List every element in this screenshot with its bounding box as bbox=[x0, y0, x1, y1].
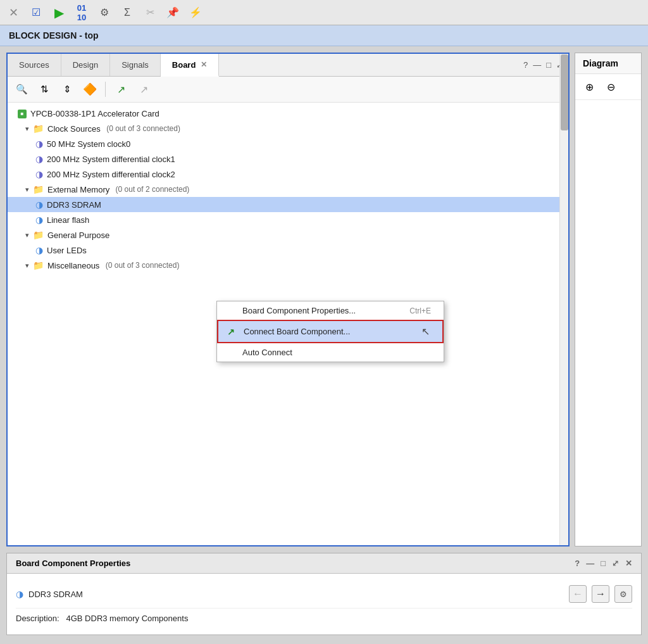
tree-clock2[interactable]: ◑ 200 MHz System differential clock2 bbox=[8, 167, 568, 182]
title-bar: BLOCK DESIGN - top bbox=[0, 25, 648, 46]
tab-design[interactable]: Design bbox=[61, 54, 110, 76]
led-icon: ◑ bbox=[35, 245, 43, 255]
connect-button[interactable]: 🔶 bbox=[81, 80, 99, 98]
group-external-memory[interactable]: ▾ 📁 External Memory (0 out of 2 connecte… bbox=[8, 182, 568, 197]
external-memory-sublabel: (0 out of 2 connected) bbox=[113, 185, 189, 194]
diagram-zoom-out[interactable]: ⊖ bbox=[602, 78, 620, 96]
tree-root[interactable]: ■ YPCB-00338-1P1 Accelerator Card bbox=[8, 106, 568, 121]
binary-icon[interactable]: 0110 bbox=[75, 6, 89, 20]
tab-board[interactable]: Board ✕ bbox=[161, 54, 220, 77]
tree-content: ■ YPCB-00338-1P1 Accelerator Card ▾ 📁 Cl… bbox=[8, 103, 568, 277]
external-memory-label: External Memory bbox=[47, 185, 109, 194]
ddr-icon: ◑ bbox=[16, 589, 23, 599]
description-value: 4GB DDR3 memory Components bbox=[66, 614, 188, 623]
diagram-toolbar: ⊕ ⊖ bbox=[575, 74, 641, 100]
left-panel: Sources Design Signals Board ✕ ? — □ ⤢ 🔍… bbox=[6, 53, 570, 546]
tabs-bar: Sources Design Signals Board ✕ ? — □ ⤢ bbox=[8, 54, 568, 77]
bottom-close-btn[interactable]: ✕ bbox=[625, 559, 632, 568]
panel-toolbar: 🔍 ⇅ ⇕ 🔶 ↗ ↗ bbox=[8, 77, 568, 103]
tab-close-icon[interactable]: ✕ bbox=[201, 60, 207, 69]
chevron-down-icon: ▾ bbox=[25, 231, 29, 239]
tab-sources[interactable]: Sources bbox=[8, 54, 61, 76]
group-general-purpose[interactable]: ▾ 📁 General Purpose bbox=[8, 227, 568, 243]
chevron-down-icon: ▾ bbox=[25, 186, 29, 194]
next-button[interactable]: → bbox=[592, 585, 609, 603]
folder-icon: 📁 bbox=[33, 230, 44, 240]
tree-linear-flash[interactable]: ◑ Linear flash bbox=[8, 212, 568, 227]
prev-button[interactable]: ← bbox=[569, 585, 587, 603]
cursor-icon: ↖ bbox=[421, 325, 430, 338]
tree-clock1[interactable]: ◑ 200 MHz System differential clock1 bbox=[8, 151, 568, 167]
group-clock-sources[interactable]: ▾ 📁 Clock Sources (0 out of 3 connected) bbox=[8, 121, 568, 136]
main-area: Sources Design Signals Board ✕ ? — □ ⤢ 🔍… bbox=[0, 46, 648, 553]
clock0-label: 50 MHz System clock0 bbox=[47, 139, 130, 149]
toolbar-separator bbox=[105, 82, 106, 97]
bottom-panel: Board Component Properties ? — □ ⤢ ✕ ◑ D… bbox=[6, 553, 642, 635]
tab-signals[interactable]: Signals bbox=[110, 54, 161, 76]
general-purpose-label: General Purpose bbox=[47, 230, 109, 240]
scrollbar-track[interactable] bbox=[559, 54, 568, 545]
ctx-shortcut: Ctrl+E bbox=[409, 306, 431, 315]
diagram-zoom-in[interactable]: ⊕ bbox=[580, 78, 598, 96]
sort-button[interactable]: ⇅ bbox=[35, 80, 53, 98]
bottom-help-btn[interactable]: ? bbox=[575, 559, 580, 568]
ctx-connect-label: Connect Board Component... bbox=[244, 327, 350, 336]
ctx-properties-label: Board Component Properties... bbox=[242, 306, 356, 315]
settings-icon[interactable]: ⚙ bbox=[97, 6, 111, 20]
memory-icon: ◑ bbox=[35, 215, 43, 225]
bottom-panel-content: ◑ DDR3 SDRAM ← → ⚙ Description: 4GB DDR3… bbox=[7, 574, 641, 635]
ctx-auto-connect[interactable]: Auto Connect bbox=[217, 343, 444, 362]
tree-user-leds[interactable]: ◑ User LEDs bbox=[8, 243, 568, 258]
tree-ddr3[interactable]: ◑ DDR3 SDRAM bbox=[8, 197, 568, 212]
clock1-label: 200 MHz System differential clock1 bbox=[47, 155, 175, 164]
restore-button[interactable]: □ bbox=[546, 60, 551, 70]
group-miscellaneous[interactable]: ▾ 📁 Miscellaneous (0 out of 3 connected) bbox=[8, 258, 568, 273]
user-leds-label: User LEDs bbox=[47, 246, 87, 255]
diagram-title: Diagram bbox=[583, 58, 618, 68]
misc-sublabel: (0 out of 3 connected) bbox=[103, 261, 179, 270]
bottom-minimize-btn[interactable]: — bbox=[586, 559, 594, 568]
help-button[interactable]: ? bbox=[523, 60, 528, 70]
description-row: Description: 4GB DDR3 memory Components bbox=[16, 609, 632, 628]
search-button[interactable]: 🔍 bbox=[13, 80, 30, 98]
folder-icon: 📁 bbox=[33, 123, 44, 134]
checkbox-icon[interactable]: ☑ bbox=[29, 6, 43, 20]
diagram-header: Diagram bbox=[575, 53, 641, 74]
folder-icon: 📁 bbox=[33, 184, 44, 194]
title-text: BLOCK DESIGN - top bbox=[9, 30, 99, 41]
chevron-right-icon: ▾ bbox=[25, 262, 29, 270]
minimize-button[interactable]: — bbox=[533, 60, 541, 70]
sigma-icon[interactable]: Σ bbox=[120, 6, 134, 20]
diagram-panel: Diagram ⊕ ⊖ bbox=[575, 53, 642, 546]
bottom-maximize-btn[interactable]: ⤢ bbox=[612, 559, 619, 568]
ddr-row: ◑ DDR3 SDRAM ← → ⚙ bbox=[16, 580, 632, 609]
folder-icon: 📁 bbox=[33, 260, 44, 270]
root-label: YPCB-00338-1P1 Accelerator Card bbox=[30, 109, 159, 118]
pin-icon[interactable]: 📌 bbox=[166, 6, 180, 20]
ctx-board-component-properties[interactable]: Board Component Properties... Ctrl+E bbox=[217, 301, 444, 320]
cut-icon[interactable]: ✂ bbox=[143, 6, 157, 20]
ctx-connect-board-component[interactable]: ↗ Connect Board Component... ↖ bbox=[217, 320, 444, 343]
clock-icon: ◑ bbox=[35, 139, 43, 149]
flash-icon[interactable]: ⚡ bbox=[189, 6, 202, 20]
misc-label: Miscellaneous bbox=[47, 261, 99, 270]
clock-icon: ◑ bbox=[35, 154, 43, 164]
context-menu: Board Component Properties... Ctrl+E ↗ C… bbox=[216, 301, 444, 362]
linear-flash-label: Linear flash bbox=[47, 215, 89, 225]
remove-button[interactable]: ↗ bbox=[135, 80, 153, 98]
bottom-panel-title: Board Component Properties bbox=[16, 559, 130, 568]
add-button[interactable]: ↗ bbox=[112, 80, 130, 98]
component-settings-button[interactable]: ⚙ bbox=[614, 585, 632, 603]
chevron-down-icon: ▾ bbox=[25, 125, 29, 133]
close-icon[interactable]: ✕ bbox=[6, 6, 20, 20]
bottom-panel-controls: ? — □ ⤢ ✕ bbox=[575, 559, 632, 568]
scrollbar-thumb[interactable] bbox=[561, 54, 568, 130]
chip-icon: ■ bbox=[18, 110, 27, 118]
tree-clock0[interactable]: ◑ 50 MHz System clock0 bbox=[8, 136, 568, 151]
expand-button[interactable]: ⇕ bbox=[58, 80, 76, 98]
clock-sources-sublabel: (0 out of 3 connected) bbox=[104, 124, 180, 133]
memory-icon: ◑ bbox=[35, 199, 43, 210]
description-label: Description: bbox=[16, 614, 59, 623]
run-icon[interactable]: ▶ bbox=[52, 6, 66, 20]
bottom-restore-btn[interactable]: □ bbox=[601, 559, 606, 568]
